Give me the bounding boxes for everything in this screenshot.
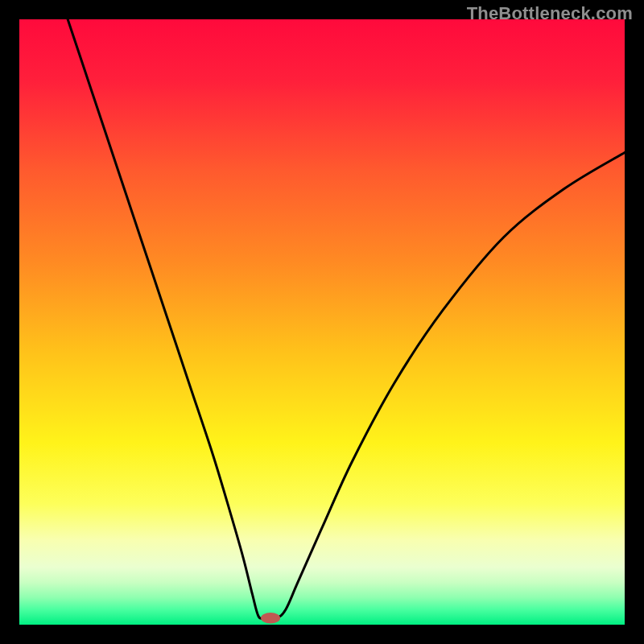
optimal-point-marker	[261, 613, 280, 624]
chart-frame: TheBottleneck.com	[0, 0, 644, 644]
plot-area	[19, 19, 625, 625]
chart-background	[19, 19, 625, 625]
chart-svg	[19, 19, 625, 625]
